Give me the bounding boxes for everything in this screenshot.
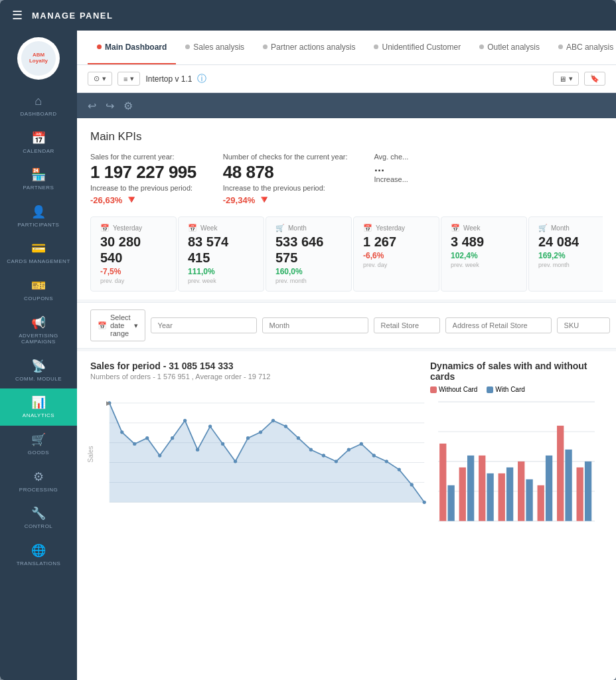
- kpi-card-value-2: 533 646 575: [275, 234, 342, 266]
- year-filter[interactable]: [151, 317, 257, 333]
- tab-dot-main-dashboard: [97, 44, 102, 49]
- svg-point-25: [347, 448, 350, 452]
- kpi-card-0: 📅 Yesterday 30 280 540 -7,5% prev. day: [90, 216, 177, 292]
- participants-icon: 👤: [31, 205, 46, 219]
- kpi-card-label-2: prev. month: [275, 278, 342, 284]
- sidebar-item-translations[interactable]: 🌐 TRANSLATIONS: [0, 537, 77, 574]
- charts-section: Sales for period - 31 085 154 333 Number…: [77, 351, 616, 680]
- cards-icon: 💳: [31, 241, 46, 256]
- kpi-card-icon-0: 📅: [100, 224, 110, 232]
- chevron-down-icon: ▾: [134, 321, 138, 330]
- kpi-card-value-5: 24 084: [538, 234, 603, 250]
- sidebar-item-cards[interactable]: 💳 CARDS MANAGEMENT: [0, 234, 77, 272]
- tab-label-outlet: Outlet analysis: [487, 42, 540, 52]
- sidebar-item-control[interactable]: 🔧 CONTROL: [0, 499, 77, 537]
- sidebar-item-processing[interactable]: ⚙ PROCESSING: [0, 463, 77, 500]
- tab-unidentified[interactable]: Unidentified Customer: [364, 31, 470, 64]
- svg-rect-51: [565, 450, 572, 521]
- sidebar-item-analytics[interactable]: 📊 ANALYTICS: [0, 388, 77, 426]
- kpi-card-change-0: -7,5%: [100, 267, 167, 276]
- sidebar-item-participants[interactable]: 👤 PARTICIPANTS: [0, 198, 77, 235]
- svg-rect-38: [439, 444, 446, 521]
- settings-btn[interactable]: ⊙ ▾: [88, 72, 112, 86]
- sidebar-item-calendar[interactable]: 📅 CALENDAR: [0, 124, 77, 161]
- preset-info-icon[interactable]: ⓘ: [197, 73, 206, 85]
- svg-point-13: [196, 448, 199, 452]
- kpi-card-period-1: Week: [200, 224, 217, 232]
- kpi-card-change-3: -6,6%: [363, 251, 429, 260]
- kpi-card-change-2: 160,0%: [275, 267, 342, 276]
- tab-label-unidentified: Unidentified Customer: [382, 42, 461, 52]
- svg-rect-41: [467, 456, 474, 521]
- advertising-icon: 📢: [31, 315, 46, 330]
- sidebar-item-comm[interactable]: 📡 COMM. MODULE: [0, 352, 77, 389]
- kpi-card-label-1: prev. week: [188, 278, 254, 284]
- goods-icon: 🛒: [31, 432, 46, 447]
- sidebar-label-partners: PARTNERS: [23, 185, 54, 191]
- undo-icon[interactable]: ↩: [88, 100, 96, 112]
- retail-store-filter[interactable]: [374, 317, 440, 333]
- kpi-card-header-2: 🛒 Month: [275, 224, 342, 232]
- kpi-card-change-5: 169,2%: [538, 251, 603, 260]
- svg-point-30: [410, 483, 414, 486]
- sidebar-label-control: CONTROL: [25, 523, 53, 530]
- svg-rect-49: [546, 456, 552, 521]
- sidebar-item-coupons[interactable]: 🎫 COUPONS: [0, 272, 77, 309]
- tab-dot-sales-analysis: [185, 44, 190, 49]
- sidebar-item-dashboard[interactable]: ⌂ DASHBOARD: [0, 88, 77, 124]
- kpi-card-header-0: 📅 Yesterday: [100, 224, 167, 232]
- calendar-icon: 📅: [31, 131, 46, 145]
- menu-icon[interactable]: ☰: [12, 8, 23, 23]
- svg-point-29: [398, 468, 401, 471]
- topbar-title: MANAGE PANEL: [32, 11, 113, 21]
- kpi-card-icon-1: 📅: [188, 224, 197, 232]
- redo-icon[interactable]: ↪: [106, 100, 114, 112]
- kpi-card-period-5: Month: [551, 224, 570, 232]
- kpi-sales-value: 1 197 227 995: [90, 162, 196, 183]
- tab-dot-abc: [558, 44, 563, 49]
- svg-point-19: [271, 419, 275, 422]
- kpi-card-header-3: 📅 Yesterday: [363, 224, 429, 232]
- svg-point-31: [423, 501, 426, 504]
- svg-point-14: [208, 424, 212, 428]
- tab-main-dashboard[interactable]: Main Dashboard: [88, 31, 176, 64]
- kpi-cards-row: 📅 Yesterday 30 280 540 -7,5% prev. day 📅…: [90, 216, 603, 292]
- bookmark-btn[interactable]: 🔖: [584, 72, 605, 86]
- svg-point-10: [158, 454, 161, 457]
- date-range-btn[interactable]: 📅 Select date range ▾: [90, 309, 145, 341]
- preset-title: Intertop v 1.1: [145, 74, 192, 84]
- monitor-btn[interactable]: 🖥▾: [553, 72, 579, 86]
- sidebar-item-goods[interactable]: 🛒 GOODS: [0, 426, 77, 463]
- address-filter[interactable]: [445, 317, 552, 333]
- svg-point-28: [385, 460, 388, 463]
- month-filter[interactable]: [262, 317, 368, 333]
- kpi-card-4: 📅 Week 3 489 102,4% prev. week: [441, 216, 527, 292]
- list-chevron: ▾: [130, 74, 134, 83]
- sku-filter[interactable]: [557, 317, 610, 333]
- kpi-checks-change: -29,34% 🔻: [223, 193, 348, 206]
- kpi-card-period-4: Week: [463, 224, 480, 232]
- kpi-card-value-3: 1 267: [363, 234, 429, 250]
- chart-right: Dynamics of sales with and without cards…: [430, 361, 603, 671]
- refresh-icon[interactable]: ⚙: [123, 100, 133, 112]
- kpi-checks-value: 48 878: [223, 162, 348, 183]
- tab-sales-analysis[interactable]: Sales analysis: [176, 31, 254, 64]
- topbar: ☰ MANAGE PANEL: [0, 0, 616, 31]
- filter-bar: 📅 Select date range ▾: [77, 302, 616, 349]
- coupons-icon: 🎫: [31, 278, 46, 293]
- svg-point-22: [309, 448, 313, 452]
- sidebar-item-partners[interactable]: 🏪 PARTNERS: [0, 161, 77, 198]
- tab-abc[interactable]: ABC analysis: [549, 31, 616, 64]
- svg-rect-42: [479, 456, 485, 521]
- control-icon: 🔧: [31, 506, 46, 521]
- tab-partner-actions[interactable]: Partner actions analysis: [254, 31, 364, 64]
- svg-rect-52: [577, 468, 583, 521]
- settings-icon: ⊙: [94, 74, 100, 83]
- list-btn[interactable]: ≡ ▾: [117, 72, 140, 86]
- kpi-card-2: 🛒 Month 533 646 575 160,0% prev. month: [266, 216, 352, 292]
- legend-dot-1: [487, 386, 493, 393]
- sidebar-item-advertising[interactable]: 📢 ADVERTISING CAMPAIGNS: [0, 309, 77, 352]
- processing-icon: ⚙: [33, 469, 44, 484]
- tab-outlet[interactable]: Outlet analysis: [470, 31, 549, 64]
- kpi-card-header-4: 📅 Week: [451, 224, 517, 232]
